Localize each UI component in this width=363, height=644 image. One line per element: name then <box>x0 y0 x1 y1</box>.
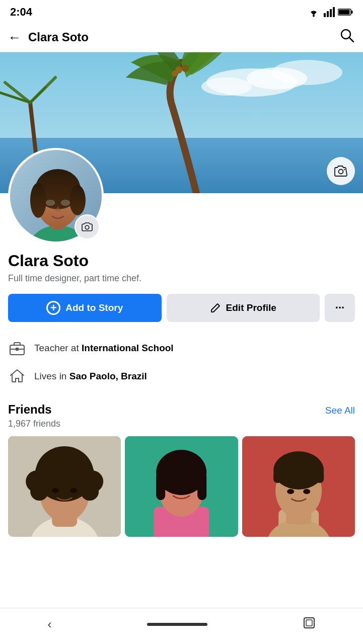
friend-thumbnail-3[interactable] <box>242 436 355 537</box>
svg-point-25 <box>344 169 345 170</box>
svg-rect-6 <box>351 11 353 14</box>
home-info: Lives in Sao Paolo, Brazil <box>8 362 355 390</box>
svg-point-55 <box>52 488 59 493</box>
work-icon <box>9 340 25 356</box>
svg-point-14 <box>201 77 252 96</box>
nav-recent-apps-button[interactable] <box>303 616 316 632</box>
edit-profile-label: Edit Profile <box>226 302 276 313</box>
avatar-wrapper <box>8 148 104 244</box>
svg-point-54 <box>81 482 99 501</box>
svg-point-33 <box>69 185 86 215</box>
friend-thumbnail-1[interactable] <box>8 436 121 537</box>
svg-rect-73 <box>316 470 324 483</box>
edit-icon <box>210 302 221 313</box>
avatar-camera-button[interactable] <box>75 214 100 239</box>
friend-image-1 <box>8 436 121 537</box>
home-icon <box>8 367 26 385</box>
friend-image-2 <box>125 436 238 537</box>
search-button[interactable] <box>339 27 355 47</box>
svg-rect-76 <box>304 618 314 628</box>
status-icons <box>307 7 353 17</box>
signal-icon <box>324 7 335 17</box>
home-place: Sao Paolo, Brazil <box>69 371 147 381</box>
svg-point-36 <box>46 200 55 206</box>
svg-rect-62 <box>156 472 165 500</box>
more-icon: ··· <box>335 301 344 314</box>
edit-profile-button[interactable]: Edit Profile <box>167 294 320 322</box>
svg-point-53 <box>30 482 48 501</box>
svg-point-56 <box>70 488 77 493</box>
svg-point-65 <box>186 487 193 492</box>
info-section: Teacher at International School Lives in… <box>0 334 363 390</box>
svg-point-22 <box>182 65 189 72</box>
svg-point-74 <box>287 489 294 494</box>
svg-rect-63 <box>197 472 206 500</box>
profile-bio: Full time designer, part time chef. <box>8 273 355 284</box>
briefcase-icon <box>8 339 26 357</box>
profile-section: Clara Soto Full time designer, part time… <box>0 193 363 322</box>
svg-rect-72 <box>273 470 281 483</box>
home-svg-icon <box>9 368 25 384</box>
friends-count: 1,967 friends <box>8 419 355 429</box>
nav-back-button[interactable]: ‹ <box>48 617 52 631</box>
back-button[interactable]: ← <box>8 31 21 44</box>
search-icon <box>339 27 355 43</box>
work-info: Teacher at International School <box>8 334 355 362</box>
svg-rect-7 <box>339 10 350 15</box>
svg-rect-41 <box>16 348 19 351</box>
work-place: International School <box>82 343 174 353</box>
more-options-button[interactable]: ··· <box>325 294 355 322</box>
cover-photo-camera-button[interactable] <box>327 157 355 185</box>
bottom-nav: ‹ <box>0 608 363 644</box>
svg-point-38 <box>85 225 89 229</box>
action-buttons: + Add to Story Edit Profile ··· <box>8 294 355 322</box>
status-bar: 2:04 <box>0 0 363 22</box>
friends-title: Friends <box>8 403 52 417</box>
svg-rect-3 <box>330 9 332 17</box>
svg-point-75 <box>303 489 310 494</box>
friends-header: Friends See All <box>8 403 355 417</box>
battery-icon <box>338 8 353 16</box>
svg-point-32 <box>30 183 46 218</box>
recent-apps-icon <box>303 616 316 629</box>
svg-point-24 <box>339 170 343 174</box>
svg-point-52 <box>69 458 85 473</box>
friends-grid <box>8 436 355 537</box>
add-to-story-button[interactable]: + Add to Story <box>8 294 162 322</box>
svg-rect-77 <box>306 620 312 626</box>
status-time: 2:04 <box>10 6 32 19</box>
svg-line-9 <box>349 38 354 42</box>
friends-section: Friends See All 1,967 friends <box>0 403 363 537</box>
svg-rect-2 <box>327 11 329 17</box>
camera-icon <box>81 220 94 233</box>
see-all-friends-button[interactable]: See All <box>325 405 355 416</box>
friend-thumbnail-2[interactable] <box>125 436 238 537</box>
header-title: Clara Soto <box>28 30 339 44</box>
work-text: Teacher at International School <box>34 343 174 354</box>
svg-rect-4 <box>333 7 335 17</box>
friend-image-3 <box>242 436 355 537</box>
svg-point-15 <box>272 60 342 85</box>
camera-icon <box>333 164 348 179</box>
svg-point-0 <box>313 15 315 17</box>
app-header: ← Clara Soto <box>0 22 363 52</box>
profile-name: Clara Soto <box>8 252 355 270</box>
plus-icon: + <box>46 301 60 315</box>
svg-point-37 <box>61 200 70 206</box>
home-text: Lives in Sao Paolo, Brazil <box>34 371 147 382</box>
svg-point-71 <box>273 451 324 490</box>
svg-rect-1 <box>324 13 326 17</box>
home-indicator[interactable] <box>147 623 207 626</box>
svg-point-64 <box>169 487 176 492</box>
wifi-icon <box>307 7 321 17</box>
svg-point-51 <box>44 458 59 473</box>
svg-point-23 <box>172 70 178 76</box>
add-story-label: Add to Story <box>65 302 123 313</box>
